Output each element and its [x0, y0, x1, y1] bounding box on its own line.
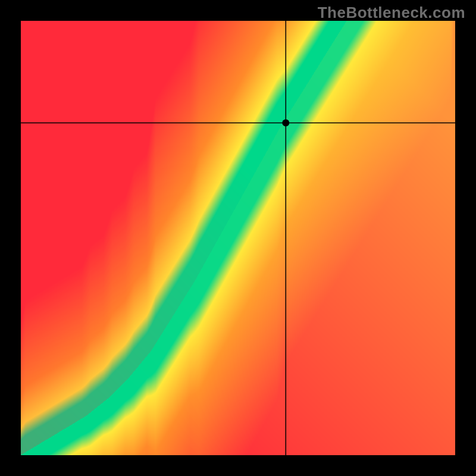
- watermark-text: TheBottleneck.com: [318, 4, 465, 22]
- chart-container: TheBottleneck.com: [0, 0, 476, 476]
- heatmap-canvas: [0, 0, 476, 476]
